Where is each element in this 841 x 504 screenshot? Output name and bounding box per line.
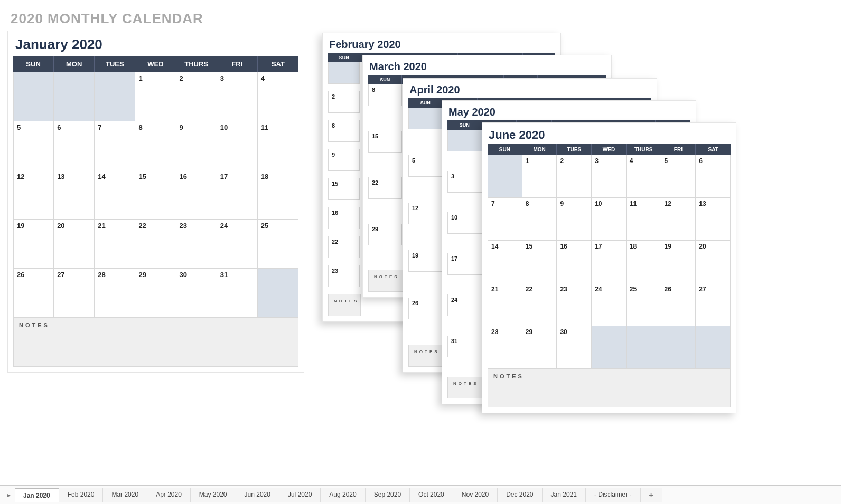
calendar-cell[interactable] [447, 130, 482, 151]
calendar-cell[interactable]: 14 [488, 241, 522, 283]
calendar-cell[interactable]: 15 [328, 178, 360, 200]
calendar-cell[interactable] [54, 72, 95, 121]
sheet-tab[interactable]: Feb 2020 [59, 488, 104, 502]
calendar-cell[interactable]: 1 [135, 72, 176, 121]
calendar-cell[interactable]: 9 [176, 121, 217, 170]
calendar-cell[interactable]: 25 [258, 220, 298, 269]
calendar-cell[interactable]: 24 [447, 294, 482, 316]
calendar-cell[interactable]: 30 [176, 269, 217, 318]
calendar-cell[interactable]: 5 [13, 121, 54, 170]
sheet-tab[interactable]: Jan 2020 [15, 488, 59, 502]
sheet-tab[interactable]: May 2020 [191, 488, 236, 502]
notes-area-april[interactable]: NOTES [408, 345, 444, 367]
calendar-cell[interactable]: 6 [54, 121, 95, 170]
calendar-cell[interactable]: 18 [627, 241, 661, 283]
notes-area-february[interactable]: NOTES [328, 294, 361, 316]
calendar-cell[interactable]: 16 [328, 207, 360, 229]
calendar-cell[interactable]: 22 [135, 220, 176, 269]
calendar-cell[interactable] [13, 72, 54, 121]
notes-area-june[interactable]: NOTES [488, 369, 731, 407]
calendar-cell[interactable]: 21 [488, 283, 522, 326]
calendar-cell[interactable]: 5 [408, 155, 443, 177]
calendar-cell[interactable]: 29 [368, 224, 402, 245]
sheet-tab[interactable]: Mar 2020 [103, 488, 147, 502]
calendar-cell[interactable]: 8 [368, 84, 402, 106]
calendar-cell[interactable]: 16 [557, 241, 592, 283]
calendar-cell[interactable] [661, 326, 696, 369]
calendar-cell[interactable]: 23 [557, 283, 592, 326]
calendar-cell[interactable]: 15 [368, 131, 402, 153]
calendar-cell[interactable]: 3 [447, 171, 482, 193]
calendar-cell[interactable]: 8 [328, 120, 360, 142]
calendar-cell[interactable]: 26 [408, 298, 443, 319]
calendar-cell[interactable]: 9 [328, 149, 360, 171]
sheet-tab[interactable]: Sep 2020 [366, 488, 410, 502]
calendar-cell[interactable]: 11 [258, 121, 298, 170]
calendar-cell[interactable]: 28 [95, 269, 135, 318]
calendar-cell[interactable]: 22 [368, 177, 402, 199]
calendar-grid-january[interactable]: 1234567891011121314151617181920212223242… [13, 72, 298, 318]
calendar-cell[interactable]: 19 [661, 241, 696, 283]
sheet-tab[interactable]: Nov 2020 [453, 488, 498, 502]
sheet-tab[interactable]: Jul 2020 [279, 488, 321, 502]
calendar-cell[interactable]: 19 [408, 250, 443, 272]
calendar-cell[interactable]: 29 [522, 326, 557, 369]
sheet-tab[interactable]: Oct 2020 [410, 488, 453, 502]
sheet-tab[interactable]: Jan 2021 [543, 488, 586, 502]
calendar-cell[interactable]: 16 [176, 170, 217, 220]
calendar-cell[interactable]: 26 [661, 283, 696, 326]
calendar-cell[interactable]: 13 [696, 198, 731, 241]
notes-area-january[interactable]: NOTES [13, 318, 298, 367]
calendar-cell[interactable]: 8 [135, 121, 176, 170]
calendar-cell[interactable]: 7 [95, 121, 135, 170]
sheet-tab[interactable]: - Disclaimer - [586, 488, 641, 502]
calendar-cell[interactable]: 27 [54, 269, 95, 318]
calendar-cell[interactable]: 23 [176, 220, 217, 269]
calendar-cell[interactable]: 2 [176, 72, 217, 121]
calendar-cell[interactable]: 12 [661, 198, 696, 241]
calendar-cell[interactable]: 13 [54, 170, 95, 220]
calendar-cell[interactable]: 4 [627, 155, 661, 198]
calendar-cell[interactable]: 27 [696, 283, 731, 326]
sheet-tab[interactable]: Jun 2020 [236, 488, 279, 502]
calendar-cell[interactable] [592, 326, 627, 369]
calendar-cell[interactable] [627, 326, 661, 369]
calendar-cell[interactable]: 31 [217, 269, 258, 318]
calendar-cell[interactable]: 10 [592, 198, 627, 241]
calendar-grid-june[interactable]: 1234567891011121314151617181920212223242… [488, 155, 731, 369]
tab-scroll-icon[interactable]: ▸ [3, 489, 15, 501]
calendar-cell[interactable]: 23 [328, 265, 360, 287]
calendar-cell[interactable]: 21 [95, 220, 135, 269]
calendar-cell[interactable]: 10 [217, 121, 258, 170]
calendar-cell[interactable]: 25 [627, 283, 661, 326]
calendar-cell[interactable]: 18 [258, 170, 298, 220]
calendar-cell[interactable]: 31 [447, 336, 482, 357]
calendar-cell[interactable]: 20 [54, 220, 95, 269]
calendar-cell[interactable]: 17 [217, 170, 258, 220]
calendar-cell[interactable]: 29 [135, 269, 176, 318]
calendar-cell[interactable]: 17 [592, 241, 627, 283]
calendar-cell[interactable]: 3 [217, 72, 258, 121]
calendar-cell[interactable]: 2 [557, 155, 592, 198]
calendar-cell[interactable]: 15 [135, 170, 176, 220]
sheet-tab[interactable]: Apr 2020 [147, 488, 191, 502]
notes-area-march[interactable]: NOTES [368, 270, 403, 292]
calendar-cell[interactable]: 22 [522, 283, 557, 326]
calendar-cell[interactable]: 11 [627, 198, 661, 241]
calendar-cell[interactable] [488, 155, 522, 198]
calendar-cell[interactable]: 26 [13, 269, 54, 318]
calendar-cell[interactable]: 10 [447, 212, 482, 234]
calendar-cell[interactable]: 19 [13, 220, 54, 269]
calendar-cell[interactable] [408, 108, 443, 129]
notes-area-may[interactable]: NOTES [447, 377, 483, 398]
calendar-cell[interactable] [95, 72, 135, 121]
calendar-cell[interactable]: 28 [488, 326, 522, 369]
calendar-cell[interactable]: 7 [488, 198, 522, 241]
calendar-cell[interactable]: 30 [557, 326, 592, 369]
calendar-cell[interactable]: 2 [328, 91, 360, 113]
calendar-cell[interactable]: 6 [696, 155, 731, 198]
sheet-tab[interactable]: Dec 2020 [498, 488, 542, 502]
calendar-cell[interactable]: 1 [522, 155, 557, 198]
calendar-cell[interactable] [258, 269, 298, 318]
calendar-cell[interactable]: 9 [557, 198, 592, 241]
